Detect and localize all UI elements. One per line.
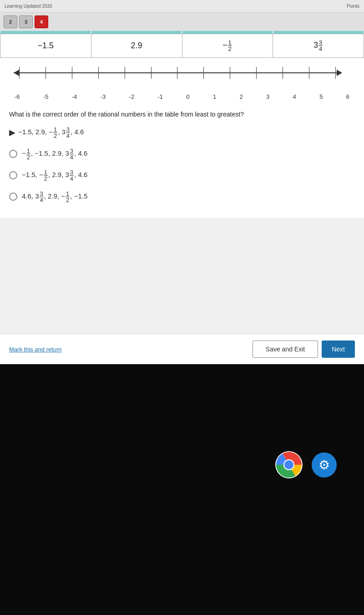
nav-btn-3[interactable]: 3 bbox=[19, 15, 33, 28]
next-button[interactable]: Next bbox=[322, 341, 355, 358]
question-text: What is the correct order of the rationa… bbox=[9, 110, 355, 119]
black-area: ⚙ bbox=[0, 364, 364, 615]
number-line bbox=[14, 67, 350, 85]
top-bar: Learning Updated 2020 Points bbox=[0, 0, 364, 13]
option-c-radio[interactable] bbox=[9, 171, 17, 179]
app-title: Learning Updated 2020 bbox=[5, 4, 52, 9]
number-line-labels: -6 -5 -4 -3 -2 -1 0 1 2 3 4 5 6 bbox=[9, 93, 355, 100]
option-b-radio[interactable] bbox=[9, 150, 17, 158]
number-line-section: -6 -5 -4 -3 -2 -1 0 1 2 3 4 5 6 bbox=[0, 58, 364, 105]
nav-btn-4[interactable]: 4 bbox=[35, 15, 48, 28]
table-cell-4: 334 bbox=[273, 34, 364, 58]
gear-icon: ⚙ bbox=[318, 457, 330, 473]
save-exit-button[interactable]: Save and Exit bbox=[253, 341, 318, 358]
nav-btn-2[interactable]: 2 bbox=[4, 15, 17, 28]
settings-icon[interactable]: ⚙ bbox=[312, 452, 337, 478]
table-cell-3: −12 bbox=[182, 34, 273, 58]
option-b[interactable]: −12, −1.5, 2.9, 334, 4.6 bbox=[9, 148, 355, 160]
numbers-table: −1.5 2.9 −12 334 bbox=[0, 34, 364, 58]
option-d-text: 4.6, 334, 2.9, −12, −1.5 bbox=[22, 191, 87, 203]
svg-point-2 bbox=[284, 460, 293, 469]
option-c-text: −1.5, −12, 2.9, 334, 4.6 bbox=[22, 169, 87, 182]
option-d[interactable]: 4.6, 334, 2.9, −12, −1.5 bbox=[9, 191, 355, 203]
action-buttons: Save and Exit Next bbox=[253, 341, 355, 358]
cursor-icon: ▶ bbox=[9, 127, 15, 137]
options-list: ▶ −1.5, 2.9, −12, 334, 4.6 −12, −1.5, 2.… bbox=[9, 127, 355, 203]
question-area: What is the correct order of the rationa… bbox=[0, 105, 364, 218]
tick-marks bbox=[19, 67, 336, 79]
table-cell-1: −1.5 bbox=[0, 34, 91, 58]
taskbar-icons: ⚙ bbox=[275, 451, 337, 478]
option-d-radio[interactable] bbox=[9, 193, 17, 201]
numbers-table-container: −1.5 2.9 −12 334 bbox=[0, 31, 364, 58]
publisher: Points bbox=[347, 4, 359, 9]
option-c[interactable]: −1.5, −12, 2.9, 334, 4.6 bbox=[9, 169, 355, 182]
fraction-three-fourths: 34 bbox=[318, 40, 323, 52]
option-a[interactable]: ▶ −1.5, 2.9, −12, 334, 4.6 bbox=[9, 127, 355, 139]
table-cell-2: 2.9 bbox=[91, 34, 182, 58]
nav-buttons-row: 2 3 4 bbox=[0, 13, 364, 31]
option-a-text: −1.5, 2.9, −12, 334, 4.6 bbox=[18, 127, 84, 139]
fraction-half: 12 bbox=[228, 40, 232, 52]
mark-return-link[interactable]: Mark this and return bbox=[9, 346, 62, 353]
chrome-icon[interactable] bbox=[275, 451, 303, 478]
option-b-text: −12, −1.5, 2.9, 334, 4.6 bbox=[22, 148, 87, 160]
number-line-right-arrow bbox=[337, 70, 342, 76]
action-bar: Mark this and return Save and Exit Next bbox=[0, 334, 364, 364]
